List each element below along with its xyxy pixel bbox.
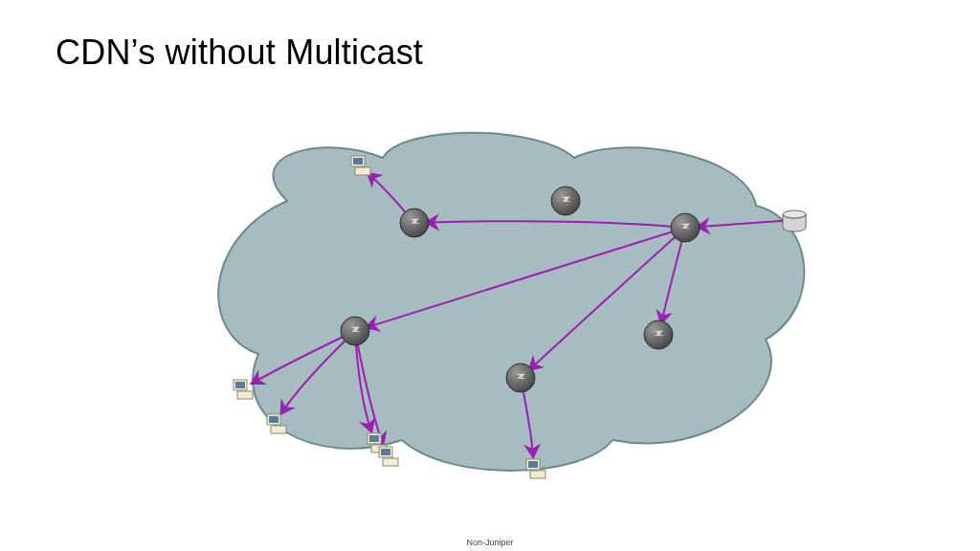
router-icon (551, 187, 580, 215)
svg-rect-14 (269, 416, 278, 423)
computer-icon (234, 380, 253, 399)
router-icon (671, 213, 700, 242)
svg-rect-12 (237, 391, 253, 399)
svg-rect-21 (383, 458, 398, 466)
svg-point-0 (783, 210, 806, 218)
svg-rect-8 (353, 158, 363, 165)
router-icon (644, 320, 673, 349)
svg-rect-17 (369, 435, 379, 442)
network-cloud (218, 133, 804, 471)
router-icon (400, 209, 429, 237)
svg-rect-20 (381, 449, 390, 455)
router-icon (506, 364, 535, 392)
diagram-canvas (0, 0, 980, 551)
server-icon (783, 210, 806, 231)
computer-icon (379, 447, 398, 466)
footer-label: Non-Juniper (0, 538, 980, 547)
svg-rect-11 (235, 382, 245, 388)
router-icon (341, 317, 369, 345)
svg-rect-24 (530, 471, 546, 478)
svg-rect-9 (355, 167, 370, 175)
svg-rect-23 (528, 461, 538, 468)
svg-rect-15 (271, 426, 286, 433)
